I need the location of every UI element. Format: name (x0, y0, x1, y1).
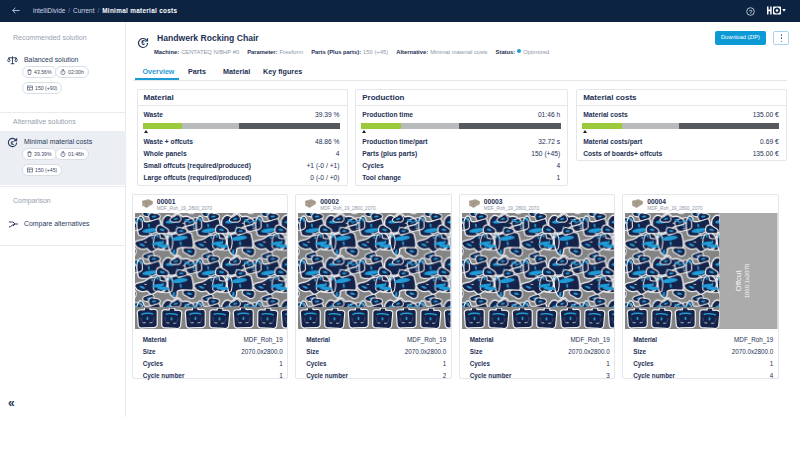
svg-text:?: ? (748, 8, 752, 14)
svg-text:€: € (141, 39, 145, 46)
svg-text:1060.1x2070: 1060.1x2070 (744, 263, 750, 298)
svg-text:Offcut: Offcut (734, 270, 743, 292)
